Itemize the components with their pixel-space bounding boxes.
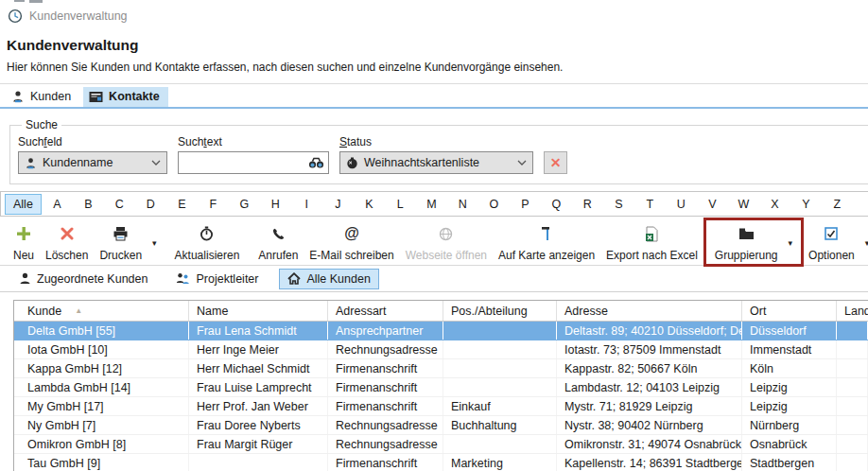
cell-kunde: Omikron GmbH [8]: [20, 435, 189, 453]
person-icon: [11, 90, 25, 103]
person-bust-icon: [19, 272, 31, 285]
alphabet-letter-Q[interactable]: Q: [541, 195, 572, 214]
people-group-icon: [176, 272, 190, 285]
cell-adressart: Rechnungsadresse: [328, 416, 443, 434]
print-button[interactable]: Drucken: [94, 220, 148, 265]
table-row[interactable]: Ny GmbH [7]Frau Doree NybertsRechnungsad…: [14, 416, 868, 435]
suchfeld-dropdown[interactable]: Kundenname: [18, 151, 167, 174]
alphabet-letter-Alle[interactable]: Alle: [5, 194, 42, 215]
cell-pos: Einkauf: [443, 397, 557, 415]
grouping-dropdown-arrow[interactable]: ▾: [784, 220, 798, 265]
alphabet-letter-W[interactable]: W: [728, 195, 759, 214]
print-dropdown-arrow[interactable]: ▾: [148, 220, 162, 265]
cell-name: Herr Prof. Jan Weber: [189, 397, 328, 415]
excel-icon: [645, 224, 658, 243]
printer-icon: [113, 224, 129, 243]
alphabet-letter-S[interactable]: S: [603, 195, 634, 214]
at-icon: @: [344, 224, 359, 243]
options-dropdown-arrow[interactable]: ▾: [860, 220, 868, 265]
tab-kunden[interactable]: Kunden: [6, 87, 79, 107]
clear-status-button[interactable]: ✕: [544, 151, 567, 174]
cell-pos: [443, 322, 557, 340]
table-row[interactable]: Lambda GmbH [14]Frau Luise LamprechtFirm…: [14, 378, 868, 397]
breadcrumb[interactable]: Kundenverwaltung: [0, 0, 868, 24]
show-on-map-button[interactable]: Auf Karte anzeigen: [493, 220, 600, 265]
table-row[interactable]: Omikron GmbH [8]Frau Margit RügerRechnun…: [14, 435, 868, 454]
cell-land: [837, 378, 868, 396]
status-dropdown[interactable]: Weihnachtskartenliste: [339, 151, 533, 174]
write-email-button[interactable]: @ E-Mail schreiben: [304, 220, 399, 265]
suchtext-input[interactable]: [182, 156, 308, 169]
suchtext-field-wrap: [178, 151, 329, 174]
column-header-pos[interactable]: Pos./Abteilung: [443, 301, 557, 321]
alphabet-letter-Y[interactable]: Y: [790, 195, 822, 214]
alphabet-letter-B[interactable]: B: [73, 195, 104, 214]
alphabet-letter-I[interactable]: I: [291, 195, 322, 214]
column-header-land[interactable]: Land: [837, 301, 868, 321]
search-legend: Suche: [22, 118, 61, 131]
table-row[interactable]: Kappa GmbH [12]Herr Michael SchmidtFirme…: [14, 359, 868, 378]
alphabet-letter-H[interactable]: H: [260, 195, 291, 214]
cell-land: [837, 435, 868, 453]
alphabet-letter-T[interactable]: T: [634, 195, 666, 214]
clipped-tab-fragment: [29, 0, 43, 3]
filter-alle-kunden[interactable]: Alle Kunden: [279, 269, 378, 289]
export-excel-button[interactable]: Export nach Excel: [600, 220, 703, 265]
column-header-adressart[interactable]: Adressart: [328, 301, 443, 321]
cell-land: [837, 416, 868, 434]
alphabet-letter-D[interactable]: D: [135, 195, 166, 214]
binoculars-icon[interactable]: [308, 157, 324, 169]
folder-icon: [738, 224, 755, 243]
new-button[interactable]: Neu: [8, 220, 40, 265]
chevron-down-icon: [517, 160, 527, 166]
filter-zugeordnete-kunden[interactable]: Zugeordnete Kunden: [11, 270, 155, 288]
alphabet-bar: AlleABCDEFGHIJKLMNOPQRSTUVWXYZ: [0, 191, 868, 217]
alphabet-letter-U[interactable]: U: [666, 195, 697, 214]
table-row[interactable]: My GmbH [17]Herr Prof. Jan WeberFirmenan…: [14, 397, 868, 416]
checkbox-icon: [825, 224, 838, 243]
alphabet-letter-R[interactable]: R: [572, 195, 603, 214]
alphabet-letter-Z[interactable]: Z: [822, 195, 853, 214]
table-row[interactable]: Iota GmbH [10]Herr Inge MeierRechnungsad…: [14, 340, 868, 359]
alphabet-letter-J[interactable]: J: [322, 195, 354, 214]
call-button[interactable]: Anrufen: [252, 220, 304, 265]
grouping-annotated-area: Gruppierung ▾: [703, 220, 803, 265]
column-header-adresse[interactable]: Adresse: [557, 301, 742, 321]
cell-name: [189, 454, 328, 471]
cell-pos: Buchhaltung: [443, 416, 557, 434]
page-description: Hier können Sie Kunden und Kontakte erfa…: [7, 61, 868, 74]
alphabet-letter-F[interactable]: F: [198, 195, 229, 214]
table-header: Kunde▲NameAdressartPos./AbteilungAdresse…: [14, 301, 868, 322]
alphabet-letter-N[interactable]: N: [447, 195, 478, 214]
column-header-kunde[interactable]: Kunde▲: [20, 301, 189, 321]
grouping-button[interactable]: Gruppierung: [709, 220, 784, 265]
column-header-name[interactable]: Name: [189, 301, 328, 321]
filter-projektleiter[interactable]: Projektleiter: [168, 270, 266, 288]
alphabet-letter-P[interactable]: P: [510, 195, 541, 214]
delete-button[interactable]: Löschen: [40, 220, 94, 265]
alphabet-letter-C[interactable]: C: [104, 195, 135, 214]
alphabet-letter-L[interactable]: L: [385, 195, 416, 214]
refresh-button[interactable]: Aktualisieren: [169, 220, 246, 265]
cell-land: [837, 454, 868, 471]
tab-kontakte[interactable]: Kontakte: [83, 87, 167, 107]
cell-adressart: Rechnungsadresse: [328, 435, 443, 453]
column-header-ort[interactable]: Ort: [742, 301, 837, 321]
alphabet-letter-X[interactable]: X: [759, 195, 790, 214]
cell-kunde: Kappa GmbH [12]: [20, 359, 189, 377]
cell-adresse: Iotastr. 73; 87509 Immenstadt: [557, 340, 742, 358]
alphabet-letter-M[interactable]: M: [416, 195, 447, 214]
table-row[interactable]: Delta GmbH [55]Frau Lena SchmidtAnsprech…: [14, 322, 868, 340]
cell-adresse: Omikronstr. 31; 49074 Osnabrück: [557, 435, 742, 453]
sort-ascending-icon: ▲: [75, 306, 82, 315]
cell-ort: Leipzig: [742, 397, 837, 415]
alphabet-letter-V[interactable]: V: [697, 195, 728, 214]
alphabet-letter-E[interactable]: E: [166, 195, 198, 214]
cell-kunde: Iota GmbH [10]: [20, 340, 189, 358]
alphabet-letter-O[interactable]: O: [478, 195, 510, 214]
alphabet-letter-K[interactable]: K: [354, 195, 385, 214]
table-row[interactable]: Tau GmbH [9]FirmenanschriftMarketingKape…: [14, 454, 868, 471]
alphabet-letter-G[interactable]: G: [229, 195, 260, 214]
alphabet-letter-A[interactable]: A: [42, 195, 73, 214]
options-button[interactable]: Optionen: [803, 220, 860, 265]
